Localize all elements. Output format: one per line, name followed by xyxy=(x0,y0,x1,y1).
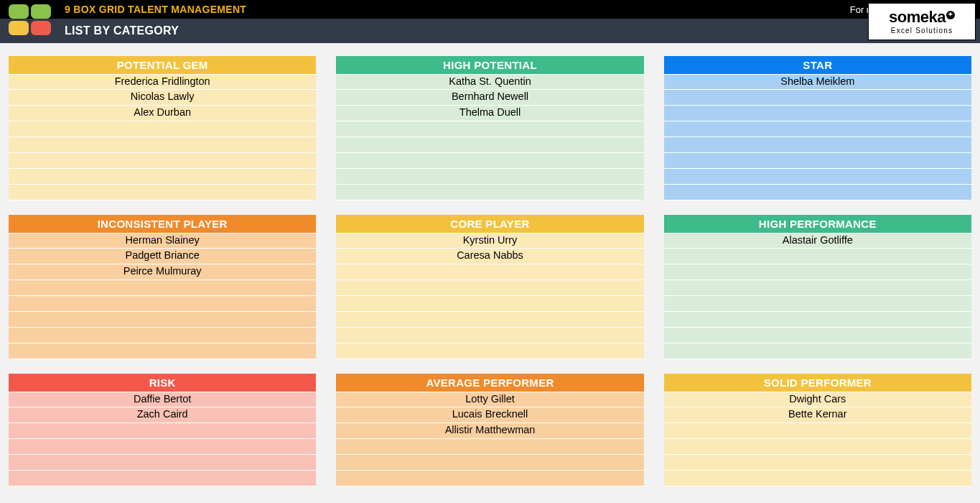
list-item xyxy=(9,455,316,471)
list-item xyxy=(336,153,643,169)
list-item xyxy=(9,185,316,200)
category-rows: Alastair Gotliffe xyxy=(664,233,971,359)
category-header: AVERAGE PERFORMER xyxy=(336,374,643,392)
list-item xyxy=(664,90,971,106)
list-item xyxy=(664,439,971,455)
list-item xyxy=(336,455,643,471)
list-item xyxy=(336,439,643,455)
logo-mark-icon: ✦ xyxy=(946,11,955,19)
list-item xyxy=(336,185,643,200)
list-item xyxy=(664,121,971,137)
category-rows: Shelba Meiklem xyxy=(664,74,971,200)
list-item: Katha St. Quentin xyxy=(336,74,643,90)
list-item xyxy=(664,328,971,343)
category-header: HIGH POTENTIAL xyxy=(336,56,643,74)
list-item xyxy=(664,423,971,439)
category-rows: Lotty GilletLucais BrecknellAllistir Mat… xyxy=(336,392,643,486)
list-item: Thelma Duell xyxy=(336,106,643,121)
category-card: INCONSISTENT PLAYERHerman SlaineyPadgett… xyxy=(9,215,316,359)
logo-sub: Excel Solutions xyxy=(891,27,953,34)
list-item: Shelba Meiklem xyxy=(664,74,971,90)
list-item xyxy=(664,471,971,486)
list-item xyxy=(9,153,316,169)
list-item xyxy=(664,296,971,312)
badge-tl xyxy=(9,4,29,19)
list-item xyxy=(9,471,316,486)
category-header: INCONSISTENT PLAYER xyxy=(9,215,316,233)
badge-tr xyxy=(31,4,51,19)
list-item xyxy=(9,169,316,185)
list-item xyxy=(664,343,971,359)
list-item xyxy=(9,328,316,343)
topbar: 9 BOX GRID TALENT MANAGEMENT For more te… xyxy=(0,0,980,19)
app-title: 9 BOX GRID TALENT MANAGEMENT xyxy=(65,4,246,15)
list-item: Frederica Fridlington xyxy=(9,74,316,90)
app-badge-icon xyxy=(9,4,51,35)
category-rows: Katha St. QuentinBernhard NewellThelma D… xyxy=(336,74,643,200)
list-item xyxy=(336,328,643,343)
category-card: AVERAGE PERFORMERLotty GilletLucais Brec… xyxy=(336,374,643,486)
logo-main: someka✦ xyxy=(889,9,955,25)
list-item xyxy=(664,137,971,153)
list-item: Nicolas Lawly xyxy=(9,90,316,106)
list-item xyxy=(9,121,316,137)
list-item: Daffie Bertot xyxy=(9,392,316,407)
category-rows: Dwight CarsBette Kernar xyxy=(664,392,971,486)
category-rows: Kyrstin UrryCaresa Nabbs xyxy=(336,233,643,359)
list-item xyxy=(664,185,971,200)
list-item xyxy=(9,439,316,455)
category-grid: POTENTIAL GEMFrederica FridlingtonNicola… xyxy=(0,43,980,495)
category-header: HIGH PERFORMANCE xyxy=(664,215,971,233)
brand-logo[interactable]: someka✦ Excel Solutions xyxy=(868,3,976,40)
list-item xyxy=(336,296,643,312)
category-card: STARShelba Meiklem xyxy=(664,56,971,200)
list-item xyxy=(664,455,971,471)
list-item xyxy=(664,249,971,264)
list-item xyxy=(664,312,971,328)
list-item xyxy=(336,343,643,359)
list-item xyxy=(336,121,643,137)
list-item: Zach Caird xyxy=(9,407,316,423)
list-item xyxy=(9,312,316,328)
list-item xyxy=(9,343,316,359)
list-item xyxy=(664,264,971,280)
category-card: HIGH POTENTIALKatha St. QuentinBernhard … xyxy=(336,56,643,200)
list-item: Padgett Briance xyxy=(9,249,316,264)
category-rows: Daffie BertotZach Caird xyxy=(9,392,316,486)
badge-br xyxy=(31,21,51,35)
list-item: Kyrstin Urry xyxy=(336,233,643,249)
list-item xyxy=(336,280,643,296)
category-header: POTENTIAL GEM xyxy=(9,56,316,74)
list-item: Bette Kernar xyxy=(664,407,971,423)
list-item: Lotty Gillet xyxy=(336,392,643,407)
list-item xyxy=(9,280,316,296)
category-card: SOLID PERFORMERDwight CarsBette Kernar xyxy=(664,374,971,486)
category-rows: Herman SlaineyPadgett BriancePeirce Mulm… xyxy=(9,233,316,359)
category-header: RISK xyxy=(9,374,316,392)
list-item xyxy=(336,137,643,153)
list-item: Bernhard Newell xyxy=(336,90,643,106)
category-header: SOLID PERFORMER xyxy=(664,374,971,392)
list-item: Alex Durban xyxy=(9,106,316,121)
list-item xyxy=(336,169,643,185)
category-card: HIGH PERFORMANCEAlastair Gotliffe xyxy=(664,215,971,359)
category-header: CORE PLAYER xyxy=(336,215,643,233)
list-item xyxy=(664,106,971,121)
list-item xyxy=(664,169,971,185)
list-item: Caresa Nabbs xyxy=(336,249,643,264)
category-card: CORE PLAYERKyrstin UrryCaresa Nabbs xyxy=(336,215,643,359)
page-title: LIST BY CATEGORY xyxy=(65,24,179,37)
list-item: Lucais Brecknell xyxy=(336,407,643,423)
list-item xyxy=(9,137,316,153)
category-rows: Frederica FridlingtonNicolas LawlyAlex D… xyxy=(9,74,316,200)
list-item xyxy=(336,312,643,328)
list-item xyxy=(9,296,316,312)
list-item xyxy=(664,280,971,296)
badge-bl xyxy=(9,21,29,35)
list-item xyxy=(336,471,643,486)
list-item: Dwight Cars xyxy=(664,392,971,407)
category-header: STAR xyxy=(664,56,971,74)
category-card: RISKDaffie BertotZach Caird xyxy=(9,374,316,486)
subbar: LIST BY CATEGORY contact@someka.net some… xyxy=(0,19,980,43)
category-card: POTENTIAL GEMFrederica FridlingtonNicola… xyxy=(9,56,316,200)
